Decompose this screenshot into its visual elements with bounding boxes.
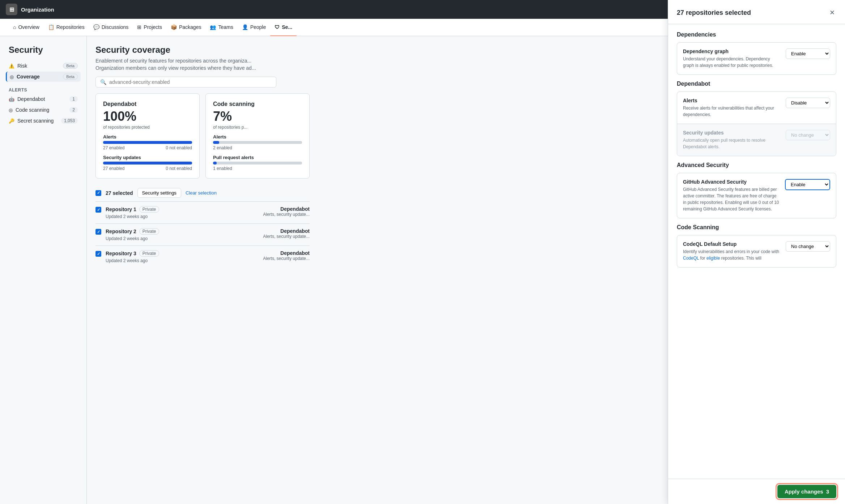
repo-list: ✓ Repository 1 Private Updated 2 weeks a… [95, 201, 310, 268]
search-input[interactable] [109, 79, 272, 85]
selection-count: 27 selected [106, 190, 133, 196]
github-advanced-security-row: GitHub Advanced Security GitHub Advanced… [677, 173, 836, 218]
github-advanced-security-info: GitHub Advanced Security GitHub Advanced… [683, 179, 779, 212]
table-row: ✓ Repository 1 Private Updated 2 weeks a… [95, 201, 310, 223]
repo-checkbox-1[interactable]: ✓ [95, 207, 101, 213]
check-icon-1: ✓ [97, 208, 100, 212]
sidebar: Security ⚠️ Risk Beta ◎ Coverage Beta Al… [0, 36, 87, 504]
dependabot-card: Dependabot 100% of repositories protecte… [95, 93, 200, 179]
advanced-security-card: GitHub Advanced Security GitHub Advanced… [677, 173, 836, 218]
check-icon-3: ✓ [97, 252, 100, 256]
github-advanced-security-select[interactable]: Enable Disable No change [785, 179, 830, 190]
dependabot-card: Alerts Receive alerts for vulnerabilitie… [677, 91, 836, 156]
settings-panel: 27 repositories selected ✕ Dependencies … [668, 0, 845, 504]
security-updates-row: Security updates Automatically open pull… [677, 124, 836, 156]
dependabot-alerts-label: Alerts [103, 134, 192, 140]
content-desc2: Organization members can only view repos… [95, 65, 310, 71]
discussions-icon: 💬 [93, 24, 99, 30]
codeql-desc: Identify vulnerabilities and errors in y… [683, 248, 780, 261]
dependency-graph-label: Dependency graph [683, 48, 780, 54]
clear-selection-button[interactable]: Clear selection [186, 190, 217, 196]
select-all-checkbox[interactable]: ✓ [95, 190, 101, 196]
sidebar-item-code-scanning[interactable]: ◎ Code scanning 2 [6, 105, 81, 115]
repo-alerts-2: Alerts, security update... [263, 234, 310, 239]
nav-item-security[interactable]: 🛡 Se... [270, 19, 297, 36]
code-scanning-section-title: Code Scanning [677, 224, 836, 231]
codeql-select[interactable]: No change Enable Disable [786, 241, 830, 252]
security-updates-not-enabled: 0 not enabled [166, 166, 192, 171]
people-icon: 👤 [242, 24, 248, 30]
packages-icon: 📦 [171, 24, 177, 30]
risk-badge: Beta [63, 63, 78, 69]
repo-feature-label-2: Dependabot [263, 228, 310, 234]
nav-item-packages[interactable]: 📦 Packages [166, 19, 205, 36]
alerts-desc: Receive alerts for vulnerabilities that … [683, 105, 780, 118]
sidebar-item-secret-scanning[interactable]: 🔑 Secret scanning 1,053 [6, 116, 81, 126]
search-icon: 🔍 [100, 79, 106, 85]
security-updates-enabled: 27 enabled [103, 166, 124, 171]
panel-footer: Apply changes 3 [668, 479, 845, 504]
alerts-select[interactable]: Enable Disable No change [786, 98, 830, 108]
nav-item-projects[interactable]: ⊞ Projects [133, 19, 166, 36]
github-advanced-security-label: GitHub Advanced Security [683, 179, 779, 185]
dependabot-sidebar-icon: 🤖 [9, 97, 14, 102]
code-scanning-count: 2 [69, 107, 78, 113]
repo-name-3: Repository 3 [106, 251, 136, 256]
security-settings-button[interactable]: Security settings [137, 188, 181, 198]
eligible-link[interactable]: eligible [706, 256, 720, 261]
home-icon: ⌂ [13, 24, 16, 30]
nav-label-overview: Overview [18, 24, 39, 30]
nav-item-repositories[interactable]: 📋 Repositories [44, 19, 89, 36]
coverage-icon: ◎ [10, 74, 14, 80]
nav-item-overview[interactable]: ⌂ Overview [9, 19, 44, 36]
repo-updated-1: Updated 2 weeks ago [106, 214, 148, 219]
apply-changes-button[interactable]: Apply changes 3 [777, 485, 836, 498]
code-scanning-card-percent: 7% [213, 109, 302, 124]
repo-feature-label-3: Dependabot [263, 250, 310, 256]
dependency-graph-card: Dependency graph Understand your depende… [677, 42, 836, 75]
dependency-graph-select[interactable]: Enable Disable No change [786, 48, 830, 59]
sidebar-item-risk[interactable]: ⚠️ Risk Beta [6, 61, 81, 71]
content-desc1: Enablement of security features for repo… [95, 58, 310, 64]
dependency-graph-row: Dependency graph Understand your depende… [677, 43, 836, 74]
dependabot-alerts-enabled: 27 enabled [103, 145, 124, 150]
pull-request-label: Pull request alerts [213, 155, 302, 160]
repo-features-3: Dependabot Alerts, security update... [263, 250, 310, 261]
repo-name-2: Repository 2 [106, 228, 136, 234]
nav-label-packages: Packages [179, 24, 201, 30]
page-title: Security coverage [95, 45, 310, 55]
repo-name-1: Repository 1 [106, 206, 136, 212]
codeql-link[interactable]: CodeQL [683, 256, 699, 261]
security-updates-panel-desc: Automatically open pull requests to reso… [683, 137, 780, 150]
code-scanning-card-subtitle: of repositories p... [213, 125, 302, 130]
dependabot-card-title: Dependabot [103, 101, 192, 107]
search-bar[interactable]: 🔍 [95, 77, 276, 87]
security-updates-label: Security updates [103, 155, 192, 160]
codeql-info: CodeQL Default Setup Identify vulnerabil… [683, 241, 780, 261]
repo-checkbox-3[interactable]: ✓ [95, 251, 101, 257]
repo-visibility-1: Private [139, 206, 159, 213]
codeql-label: CodeQL Default Setup [683, 241, 780, 247]
repo-visibility-3: Private [139, 250, 159, 257]
dependencies-section-title: Dependencies [677, 31, 836, 38]
pull-request-bar [213, 162, 217, 165]
repo-checkbox-2[interactable]: ✓ [95, 229, 101, 235]
nav-item-teams[interactable]: 👥 Teams [205, 19, 237, 36]
nav-item-discussions[interactable]: 💬 Discussions [89, 19, 133, 36]
alerts-section-label: Alerts [9, 87, 78, 93]
repo-info-3: Repository 3 Private Updated 2 weeks ago [106, 250, 259, 263]
nav-item-people[interactable]: 👤 People [238, 19, 271, 36]
security-updates-info: Security updates Automatically open pull… [683, 130, 780, 150]
org-logo[interactable]: ⊞ Organization [6, 4, 54, 15]
dependency-graph-desc: Understand your dependencies. Dependency… [683, 56, 780, 69]
security-updates-bar [103, 162, 192, 165]
sidebar-item-dependabot[interactable]: 🤖 Dependabot 1 [6, 94, 81, 104]
security-updates-select[interactable]: No change Enable Disable [786, 130, 830, 140]
close-panel-button[interactable]: ✕ [828, 7, 836, 18]
table-row: ✓ Repository 3 Private Updated 2 weeks a… [95, 245, 310, 268]
apply-changes-label: Apply changes [785, 488, 823, 495]
org-logo-icon: ⊞ [6, 4, 17, 15]
sidebar-label-code-scanning: Code scanning [16, 107, 49, 113]
sidebar-item-coverage[interactable]: ◎ Coverage Beta [6, 72, 81, 82]
sidebar-label-risk: Risk [17, 63, 27, 69]
